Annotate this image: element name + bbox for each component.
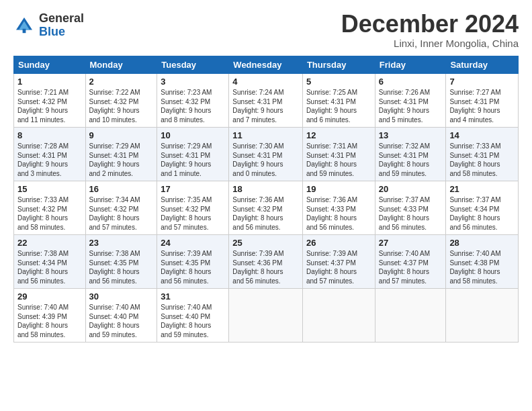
- day-details: Sunrise: 7:38 AM Sunset: 4:35 PM Dayligh…: [89, 249, 154, 285]
- location-subtitle: Linxi, Inner Mongolia, China: [341, 38, 519, 49]
- svg-rect-2: [23, 29, 26, 33]
- calendar-cell: [375, 289, 446, 342]
- calendar-cell: 21Sunrise: 7:37 AM Sunset: 4:34 PM Dayli…: [446, 181, 519, 235]
- day-number: 27: [379, 238, 443, 248]
- calendar-cell: 10Sunrise: 7:29 AM Sunset: 4:31 PM Dayli…: [157, 128, 229, 181]
- day-details: Sunrise: 7:40 AM Sunset: 4:37 PM Dayligh…: [379, 249, 443, 285]
- calendar-cell: 6Sunrise: 7:26 AM Sunset: 4:31 PM Daylig…: [375, 74, 446, 128]
- day-number: 5: [306, 77, 371, 87]
- day-number: 22: [17, 238, 82, 248]
- calendar-cell: 20Sunrise: 7:37 AM Sunset: 4:33 PM Dayli…: [375, 181, 446, 235]
- day-details: Sunrise: 7:40 AM Sunset: 4:39 PM Dayligh…: [17, 303, 82, 339]
- day-details: Sunrise: 7:38 AM Sunset: 4:34 PM Dayligh…: [17, 249, 82, 285]
- day-number: 18: [232, 184, 299, 194]
- day-number: 24: [161, 238, 225, 248]
- day-number: 21: [449, 184, 515, 194]
- day-number: 16: [89, 184, 154, 194]
- calendar-cell: 12Sunrise: 7:31 AM Sunset: 4:31 PM Dayli…: [302, 128, 375, 181]
- day-number: 3: [161, 77, 225, 87]
- calendar-cell: [229, 289, 303, 342]
- day-details: Sunrise: 7:39 AM Sunset: 4:35 PM Dayligh…: [161, 249, 225, 285]
- calendar-cell: [446, 289, 519, 342]
- calendar-cell: 27Sunrise: 7:40 AM Sunset: 4:37 PM Dayli…: [375, 235, 446, 289]
- calendar-week-row: 29Sunrise: 7:40 AM Sunset: 4:39 PM Dayli…: [14, 289, 519, 342]
- day-details: Sunrise: 7:22 AM Sunset: 4:32 PM Dayligh…: [89, 88, 154, 124]
- calendar-week-row: 15Sunrise: 7:33 AM Sunset: 4:32 PM Dayli…: [14, 181, 519, 235]
- calendar-cell: 23Sunrise: 7:38 AM Sunset: 4:35 PM Dayli…: [85, 235, 157, 289]
- col-header-thursday: Thursday: [302, 56, 375, 74]
- day-number: 4: [232, 77, 299, 87]
- day-details: Sunrise: 7:29 AM Sunset: 4:31 PM Dayligh…: [161, 142, 225, 178]
- day-details: Sunrise: 7:29 AM Sunset: 4:31 PM Dayligh…: [89, 142, 154, 178]
- day-details: Sunrise: 7:25 AM Sunset: 4:31 PM Dayligh…: [306, 88, 371, 124]
- calendar-cell: 28Sunrise: 7:40 AM Sunset: 4:38 PM Dayli…: [446, 235, 519, 289]
- calendar-cell: 16Sunrise: 7:34 AM Sunset: 4:32 PM Dayli…: [85, 181, 157, 235]
- day-details: Sunrise: 7:34 AM Sunset: 4:32 PM Dayligh…: [89, 195, 154, 232]
- day-number: 30: [89, 291, 154, 302]
- day-number: 9: [89, 130, 154, 140]
- day-details: Sunrise: 7:40 AM Sunset: 4:40 PM Dayligh…: [161, 303, 225, 339]
- logo: General Blue: [13, 12, 84, 39]
- day-number: 2: [89, 77, 154, 87]
- day-number: 1: [17, 77, 82, 87]
- calendar-cell: 4Sunrise: 7:24 AM Sunset: 4:31 PM Daylig…: [229, 74, 303, 128]
- page: General Blue December 2024 Linxi, Inner …: [0, 0, 532, 349]
- calendar-cell: 22Sunrise: 7:38 AM Sunset: 4:34 PM Dayli…: [14, 235, 86, 289]
- calendar-cell: 13Sunrise: 7:32 AM Sunset: 4:31 PM Dayli…: [375, 128, 446, 181]
- day-details: Sunrise: 7:36 AM Sunset: 4:32 PM Dayligh…: [232, 195, 299, 232]
- calendar-cell: 24Sunrise: 7:39 AM Sunset: 4:35 PM Dayli…: [157, 235, 229, 289]
- calendar-cell: 31Sunrise: 7:40 AM Sunset: 4:40 PM Dayli…: [157, 289, 229, 342]
- day-details: Sunrise: 7:36 AM Sunset: 4:33 PM Dayligh…: [306, 195, 371, 232]
- day-details: Sunrise: 7:40 AM Sunset: 4:40 PM Dayligh…: [89, 303, 154, 339]
- calendar-cell: [302, 289, 375, 342]
- day-number: 11: [232, 130, 299, 140]
- day-details: Sunrise: 7:39 AM Sunset: 4:37 PM Dayligh…: [306, 249, 371, 285]
- calendar-week-row: 22Sunrise: 7:38 AM Sunset: 4:34 PM Dayli…: [14, 235, 519, 289]
- calendar-cell: 15Sunrise: 7:33 AM Sunset: 4:32 PM Dayli…: [14, 181, 86, 235]
- col-header-wednesday: Wednesday: [229, 56, 303, 74]
- calendar-cell: 5Sunrise: 7:25 AM Sunset: 4:31 PM Daylig…: [302, 74, 375, 128]
- calendar-cell: 3Sunrise: 7:23 AM Sunset: 4:32 PM Daylig…: [157, 74, 229, 128]
- day-details: Sunrise: 7:33 AM Sunset: 4:32 PM Dayligh…: [17, 195, 82, 232]
- day-number: 25: [232, 238, 299, 248]
- day-details: Sunrise: 7:30 AM Sunset: 4:31 PM Dayligh…: [232, 142, 299, 178]
- day-number: 28: [449, 238, 515, 248]
- calendar-cell: 17Sunrise: 7:35 AM Sunset: 4:32 PM Dayli…: [157, 181, 229, 235]
- day-details: Sunrise: 7:24 AM Sunset: 4:31 PM Dayligh…: [232, 88, 299, 124]
- day-details: Sunrise: 7:26 AM Sunset: 4:31 PM Dayligh…: [379, 88, 443, 124]
- day-details: Sunrise: 7:28 AM Sunset: 4:31 PM Dayligh…: [17, 142, 82, 178]
- day-number: 10: [161, 130, 225, 140]
- day-details: Sunrise: 7:32 AM Sunset: 4:31 PM Dayligh…: [379, 142, 443, 178]
- calendar-cell: 7Sunrise: 7:27 AM Sunset: 4:31 PM Daylig…: [446, 74, 519, 128]
- calendar-cell: 26Sunrise: 7:39 AM Sunset: 4:37 PM Dayli…: [302, 235, 375, 289]
- calendar-cell: 29Sunrise: 7:40 AM Sunset: 4:39 PM Dayli…: [14, 289, 86, 342]
- calendar-cell: 14Sunrise: 7:33 AM Sunset: 4:31 PM Dayli…: [446, 128, 519, 181]
- day-number: 23: [89, 238, 154, 248]
- day-number: 13: [379, 130, 443, 140]
- col-header-sunday: Sunday: [14, 56, 86, 74]
- day-details: Sunrise: 7:39 AM Sunset: 4:36 PM Dayligh…: [232, 249, 299, 285]
- calendar-cell: 11Sunrise: 7:30 AM Sunset: 4:31 PM Dayli…: [229, 128, 303, 181]
- logo-blue: Blue: [39, 26, 84, 39]
- day-details: Sunrise: 7:35 AM Sunset: 4:32 PM Dayligh…: [161, 195, 225, 232]
- day-number: 12: [306, 130, 371, 140]
- day-details: Sunrise: 7:37 AM Sunset: 4:33 PM Dayligh…: [379, 195, 443, 232]
- day-number: 29: [17, 291, 82, 302]
- day-details: Sunrise: 7:23 AM Sunset: 4:32 PM Dayligh…: [161, 88, 225, 124]
- col-header-monday: Monday: [85, 56, 157, 74]
- title-block: December 2024 Linxi, Inner Mongolia, Chi…: [341, 12, 519, 49]
- logo-general: General: [39, 12, 84, 26]
- day-details: Sunrise: 7:21 AM Sunset: 4:32 PM Dayligh…: [17, 88, 82, 124]
- calendar-cell: 1Sunrise: 7:21 AM Sunset: 4:32 PM Daylig…: [14, 74, 86, 128]
- calendar-table: SundayMondayTuesdayWednesdayThursdayFrid…: [13, 56, 519, 342]
- calendar-cell: 25Sunrise: 7:39 AM Sunset: 4:36 PM Dayli…: [229, 235, 303, 289]
- day-number: 20: [379, 184, 443, 194]
- col-header-tuesday: Tuesday: [157, 56, 229, 74]
- day-details: Sunrise: 7:27 AM Sunset: 4:31 PM Dayligh…: [449, 88, 515, 124]
- day-details: Sunrise: 7:37 AM Sunset: 4:34 PM Dayligh…: [449, 195, 515, 232]
- col-header-friday: Friday: [375, 56, 446, 74]
- calendar-header-row: SundayMondayTuesdayWednesdayThursdayFrid…: [14, 56, 519, 74]
- day-details: Sunrise: 7:31 AM Sunset: 4:31 PM Dayligh…: [306, 142, 371, 178]
- logo-text: General Blue: [39, 12, 84, 39]
- calendar-week-row: 1Sunrise: 7:21 AM Sunset: 4:32 PM Daylig…: [14, 74, 519, 128]
